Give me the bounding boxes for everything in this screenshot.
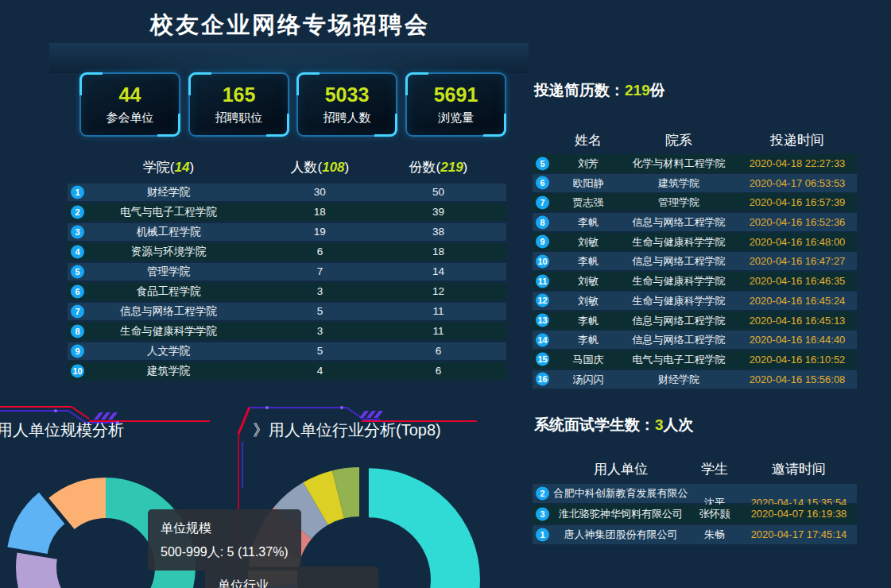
college-name-cell: 管理学院 bbox=[68, 263, 269, 280]
company-size-tooltip: 单位规模 500-999人: 5 (11.37%) bbox=[148, 509, 301, 571]
people-count-cell: 5 bbox=[269, 342, 370, 360]
copies-count-cell: 11 bbox=[370, 323, 506, 340]
table-row: 4资源与环境学院618 bbox=[68, 243, 506, 261]
page-title: 校友企业网络专场招聘会 bbox=[52, 10, 529, 41]
table-row: 13李帆信息与网络工程学院2020-04-16 16:45:13 bbox=[533, 311, 857, 330]
resume-title-prefix: 投递简历数： bbox=[534, 82, 625, 99]
company-name-cell: 唐人神集团股份有限公司 bbox=[553, 525, 688, 544]
college-name-cell: 资源与环境学院 bbox=[68, 243, 269, 261]
tooltip-value-line: 500-999人: 5 (11.37%) bbox=[161, 540, 289, 564]
interview-header-cell: 邀请时间 bbox=[741, 460, 857, 478]
rank-badge: 8 bbox=[536, 215, 549, 229]
rank-badge: 1 bbox=[71, 186, 84, 199]
student-name-cell: 李帆 bbox=[556, 213, 620, 231]
copies-count-cell: 12 bbox=[370, 283, 506, 300]
interview-table-header: 用人单位学生邀请时间 bbox=[533, 458, 857, 479]
table-row: 3淮北骆驼神华饲料有限公司张怀颢2020-04-07 16:19:38 bbox=[533, 505, 857, 524]
header-count: 14 bbox=[174, 160, 189, 175]
copies-count-cell: 11 bbox=[370, 303, 506, 320]
department-cell: 化学与材料工程学院 bbox=[620, 154, 738, 172]
table-row: 3机械工程学院1938 bbox=[68, 223, 506, 241]
stat-card: 44参会单位 bbox=[79, 72, 180, 137]
rank-badge: 10 bbox=[71, 365, 84, 378]
people-count-cell: 5 bbox=[269, 303, 370, 320]
table-row: 11刘敏生命与健康科学学院2020-04-16 16:46:35 bbox=[533, 272, 857, 290]
interview-count-title: 系统面试学生数：3人次 bbox=[534, 415, 694, 435]
stat-value: 5033 bbox=[325, 83, 370, 106]
invite-time-cell: 2020-04-07 16:19:38 bbox=[741, 505, 857, 524]
table-row: 5管理学院714 bbox=[68, 263, 506, 280]
student-name-cell: 李帆 bbox=[556, 311, 620, 330]
department-cell: 管理学院 bbox=[620, 193, 738, 211]
student-name-cell: 马国庆 bbox=[556, 350, 620, 369]
table-row: 8生命与健康科学学院311 bbox=[68, 323, 506, 340]
department-cell: 建筑学院 bbox=[620, 174, 738, 192]
college-table-header: 学院(14)人数(108)份数(219) bbox=[68, 156, 506, 178]
table-row: 5刘芳化学与材料工程学院2020-04-18 22:27:33 bbox=[533, 154, 857, 172]
header-label-close: ) bbox=[463, 160, 468, 175]
rank-badge: 6 bbox=[71, 285, 84, 299]
stat-label: 招聘职位 bbox=[215, 110, 263, 126]
interview-title-suffix: 人次 bbox=[664, 416, 694, 433]
table-row: 6欧阳静建筑学院2020-04-17 06:53:53 bbox=[533, 174, 857, 192]
rank-badge: 6 bbox=[536, 176, 549, 190]
department-cell: 信息与网络工程学院 bbox=[620, 311, 738, 330]
people-count-cell: 30 bbox=[269, 184, 370, 201]
interview-header-cell: 学生 bbox=[688, 460, 741, 478]
student-name-cell: 刘敏 bbox=[556, 292, 620, 310]
college-header-cell: 人数(108) bbox=[269, 158, 370, 176]
submit-time-cell: 2020-04-17 06:53:53 bbox=[738, 174, 857, 192]
table-row: 8李帆信息与网络工程学院2020-04-16 16:52:36 bbox=[533, 213, 857, 231]
header-label: 人数( bbox=[291, 160, 323, 175]
table-row: 2电气与电子工程学院1839 bbox=[68, 203, 506, 221]
college-name-cell: 电气与电子工程学院 bbox=[68, 203, 269, 221]
table-row: 15马国庆电气与电子工程学院2020-04-16 16:10:52 bbox=[533, 350, 857, 369]
interview-header-cell: 用人单位 bbox=[553, 460, 688, 478]
resume-header-cell: 姓名 bbox=[556, 131, 620, 149]
student-name-cell: 朱畅 bbox=[688, 525, 741, 544]
submit-time-cell: 2020-04-16 15:56:08 bbox=[738, 370, 857, 389]
people-count-cell: 18 bbox=[269, 203, 370, 221]
company-industry-tooltip: 单位行业 bbox=[205, 567, 378, 588]
copies-count-cell: 6 bbox=[370, 362, 506, 380]
people-count-cell: 3 bbox=[269, 283, 370, 300]
people-count-cell: 3 bbox=[269, 323, 370, 340]
college-name-cell: 财经学院 bbox=[68, 184, 269, 201]
department-cell: 生命与健康科学学院 bbox=[620, 233, 738, 251]
department-cell: 信息与网络工程学院 bbox=[620, 252, 738, 270]
rank-badge: 3 bbox=[536, 508, 549, 521]
header-label: 份数( bbox=[409, 160, 441, 175]
invite-time-cell: 2020-04-17 17:45:14 bbox=[741, 525, 857, 544]
submit-time-cell: 2020-04-16 16:45:24 bbox=[738, 292, 857, 310]
copies-count-cell: 18 bbox=[370, 243, 506, 261]
copies-count-cell: 6 bbox=[370, 342, 506, 360]
dashboard-root: 校友企业网络专场招聘会 44参会单位165招聘职位5033招聘人数5691浏览量… bbox=[0, 0, 891, 588]
stat-label: 浏览量 bbox=[438, 110, 474, 126]
rank-badge: 9 bbox=[71, 345, 84, 358]
submit-time-cell: 2020-04-16 16:44:40 bbox=[738, 331, 857, 349]
stat-card: 165招聘职位 bbox=[188, 72, 289, 137]
submit-time-cell: 2020-04-16 16:57:39 bbox=[738, 193, 857, 211]
rank-badge: 4 bbox=[71, 246, 84, 259]
people-count-cell: 4 bbox=[269, 362, 370, 380]
student-name-cell: 刘芳 bbox=[556, 154, 620, 172]
submit-time-cell: 2020-04-16 16:46:35 bbox=[738, 272, 857, 290]
copies-count-cell: 38 bbox=[370, 223, 506, 241]
resume-header-cell: 院系 bbox=[620, 131, 738, 149]
copies-count-cell: 39 bbox=[370, 203, 506, 221]
people-count-cell: 7 bbox=[269, 263, 370, 280]
submit-time-cell: 2020-04-16 16:10:52 bbox=[738, 350, 857, 369]
resume-title-value: 219 bbox=[625, 82, 650, 99]
student-name-cell: 刘敏 bbox=[556, 272, 620, 290]
resume-title-suffix: 份 bbox=[650, 82, 665, 99]
college-name-cell: 信息与网络工程学院 bbox=[68, 303, 269, 320]
resume-table: 5刘芳化学与材料工程学院2020-04-18 22:27:336欧阳静建筑学院2… bbox=[533, 154, 857, 389]
table-row: 2合肥中科创新教育发展有限公司沈平2020-04-14 15:35:54 bbox=[533, 484, 857, 503]
student-name-cell: 李帆 bbox=[556, 331, 620, 349]
header-count: 219 bbox=[440, 160, 463, 175]
submit-time-cell: 2020-04-16 16:47:27 bbox=[738, 252, 857, 270]
header-label-close: ) bbox=[189, 160, 194, 175]
college-name-cell: 人文学院 bbox=[68, 342, 269, 360]
table-row: 1唐人神集团股份有限公司朱畅2020-04-17 17:45:14 bbox=[533, 525, 857, 544]
college-name-cell: 机械工程学院 bbox=[68, 223, 269, 241]
